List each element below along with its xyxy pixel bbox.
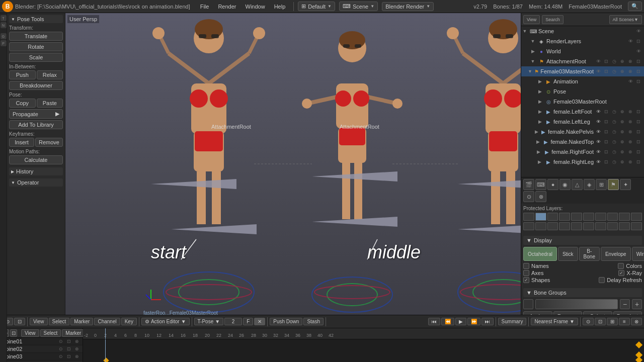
- tl-icon2[interactable]: ⊡: [10, 329, 17, 337]
- tree-item-renderlayers[interactable]: ▼ ◈ RenderLayers 👁 ⊡: [521, 36, 644, 46]
- ll-eye[interactable]: 👁: [595, 118, 602, 125]
- tree-toggle[interactable]: ▼: [521, 29, 528, 34]
- np-eye[interactable]: 👁: [595, 128, 602, 135]
- tree-item-female03masterroot[interactable]: ▼ ⚑ Female03MasterRoot 👁 ⊡ ◷ ⊕ ⊗ ⊡: [521, 66, 644, 76]
- menu-help[interactable]: Help: [270, 3, 290, 11]
- rl2-eye[interactable]: 👁: [595, 158, 602, 165]
- track-row-spine03[interactable]: Spine03 ⊙ ⊡ ⊗: [0, 353, 83, 360]
- marker-btn[interactable]: Marker: [70, 318, 93, 325]
- rl-eye-icon[interactable]: 👁: [627, 38, 634, 45]
- viewport-canvas[interactable]: User Persp: [65, 13, 521, 339]
- tree-toggle7[interactable]: ▶: [536, 89, 543, 94]
- channel-btn[interactable]: Channel: [94, 318, 120, 325]
- menu-file[interactable]: File: [196, 3, 213, 11]
- layer-btn-16[interactable]: [595, 222, 606, 230]
- ll-l1[interactable]: ⊡: [603, 118, 610, 125]
- timeline-tracks[interactable]: [83, 339, 644, 362]
- spine02-icon1[interactable]: ⊙: [57, 345, 64, 352]
- tree-toggle12[interactable]: ▶: [535, 139, 541, 144]
- tree-item-rightleg[interactable]: ▶ ▶ female.RightLeg 👁 ⊡ ◷ ⊕ ⊗ ⊡: [521, 157, 644, 167]
- fm-extra2[interactable]: ⊗: [627, 68, 634, 75]
- layer-btn-0[interactable]: [523, 213, 534, 221]
- spine01-icon1[interactable]: ⊙: [57, 338, 64, 345]
- prop-world-icon[interactable]: ●: [547, 179, 558, 190]
- prop-constraints-icon[interactable]: ⊗: [535, 191, 546, 202]
- stash-button[interactable]: Stash: [303, 318, 324, 325]
- prop-particles-icon[interactable]: ✦: [620, 179, 631, 190]
- tree-toggle9[interactable]: ▶: [536, 109, 543, 114]
- ll-l4[interactable]: ⊗: [627, 118, 634, 125]
- action-name-dropdown[interactable]: T-Pose ▼: [194, 318, 224, 325]
- outliner-view-btn[interactable]: View: [523, 15, 540, 24]
- color-add-btn[interactable]: +: [632, 299, 642, 309]
- layer-btn-4[interactable]: [571, 213, 582, 221]
- editor-type-dropdown[interactable]: ⚙ Action Editor ▼: [141, 318, 190, 325]
- push-button[interactable]: Push: [9, 70, 36, 79]
- nt-l1[interactable]: ⊡: [603, 138, 610, 145]
- spine01-icon2[interactable]: ⊡: [65, 338, 72, 345]
- layout-dropdown[interactable]: ⊞ Default ▼: [298, 2, 335, 11]
- ar-eye[interactable]: 👁: [595, 58, 602, 65]
- ar-lock[interactable]: ⊡: [603, 58, 610, 65]
- playback-next-btn[interactable]: ⏩: [467, 318, 480, 325]
- right-icon3[interactable]: ⊞: [607, 318, 618, 325]
- rl2-l4[interactable]: ⊗: [627, 158, 634, 165]
- timeline-right[interactable]: -2 0 2 4 6 8 10 12 14 16 18 20 22 24 26 …: [83, 328, 644, 362]
- history-header[interactable]: ▶ History: [9, 167, 63, 175]
- prop-obj-icon[interactable]: ◉: [559, 179, 571, 190]
- fm-eye[interactable]: 👁: [595, 68, 602, 75]
- lf-l3[interactable]: ⊕: [619, 108, 626, 115]
- tree-item-scene[interactable]: ▼ ⌨ Scene 👁: [521, 26, 644, 36]
- fm-render[interactable]: ◷: [611, 68, 618, 75]
- tree-item-leftleg[interactable]: ▶ ▶ female.LeftLeg 👁 ⊡ ◷ ⊕ ⊗ ⊡: [521, 117, 644, 127]
- layer-btn-18[interactable]: [619, 222, 630, 230]
- np-l1[interactable]: ⊡: [603, 128, 610, 135]
- tree-toggle3[interactable]: ▶: [529, 49, 536, 54]
- summary-btn[interactable]: Summary: [498, 318, 527, 325]
- scenes-dropdown[interactable]: All Scenes ▼: [609, 15, 642, 24]
- ll-l5[interactable]: ⊡: [635, 118, 642, 125]
- delay-refresh-checkbox[interactable]: [599, 277, 605, 283]
- layer-btn-14[interactable]: [571, 222, 582, 230]
- spine03-icon3[interactable]: ⊗: [73, 353, 80, 360]
- pose-tools-header[interactable]: ▼ Pose Tools: [9, 15, 63, 23]
- right-icon1[interactable]: ⊙: [583, 318, 594, 325]
- ar-extra[interactable]: ⊕: [619, 58, 626, 65]
- layer-btn-11[interactable]: [535, 222, 546, 230]
- track-row-spine01[interactable]: Spine01 ⊙ ⊡ ⊗: [0, 338, 83, 345]
- tree-toggle14[interactable]: ▶: [536, 159, 543, 164]
- key-btn[interactable]: Key: [121, 318, 137, 325]
- ll-l3[interactable]: ⊕: [619, 118, 626, 125]
- ll-l2[interactable]: ◷: [611, 118, 618, 125]
- tree-toggle2[interactable]: ▼: [529, 39, 536, 44]
- tree-item-leftfoot[interactable]: ▶ ▶ female.LeftFoot 👁 ⊡ ◷ ⊕ ⊗ ⊡: [521, 107, 644, 117]
- layer-btn-15[interactable]: [583, 222, 594, 230]
- layer-btn-10[interactable]: [523, 222, 534, 230]
- prop-physics-icon[interactable]: ⊙: [523, 191, 534, 202]
- outliner-tree[interactable]: ▼ ⌨ Scene 👁 ▼ ◈ RenderLayers 👁 ⊡ ▶: [521, 26, 644, 177]
- spine01-icon3[interactable]: ⊗: [73, 338, 80, 345]
- tree-item-female-root2[interactable]: ▶ ◎ Female03MasterRoot: [521, 97, 644, 107]
- prop-material-icon[interactable]: ◈: [584, 179, 595, 190]
- rf-eye[interactable]: 👁: [595, 148, 602, 155]
- tree-item-nakepelvis[interactable]: ▶ ▶ female.NakePelvis 👁 ⊡ ◷ ⊕ ⊗ ⊡: [521, 127, 644, 137]
- frame-close-btn[interactable]: ✕: [254, 318, 265, 325]
- rotate-button[interactable]: Rotate: [9, 42, 63, 51]
- rl-lock-icon[interactable]: ⊡: [635, 38, 642, 45]
- right-icon5[interactable]: ⊗: [631, 318, 642, 325]
- shapes-checkbox[interactable]: [523, 277, 529, 283]
- nearest-frame-dropdown[interactable]: Nearest Frame ▼: [531, 318, 578, 325]
- rf-l3[interactable]: ⊕: [619, 148, 626, 155]
- world-eye[interactable]: 👁: [635, 48, 642, 55]
- fm-extra3[interactable]: ⊡: [635, 68, 642, 75]
- layer-btn-8[interactable]: [619, 213, 630, 221]
- tool-icon-3[interactable]: G: [1, 33, 7, 39]
- prop-texture-icon[interactable]: ⊞: [596, 179, 607, 190]
- stick-btn[interactable]: Stick: [558, 247, 578, 261]
- layer-btn-12[interactable]: [547, 222, 558, 230]
- operator-header[interactable]: ▼ Operator: [9, 178, 63, 187]
- rf-l1[interactable]: ⊡: [603, 148, 610, 155]
- tree-toggle11[interactable]: ▶: [534, 129, 539, 134]
- calculate-button[interactable]: Calculate: [9, 155, 63, 164]
- scene-dropdown[interactable]: ⌨ Scene ▼: [339, 2, 378, 11]
